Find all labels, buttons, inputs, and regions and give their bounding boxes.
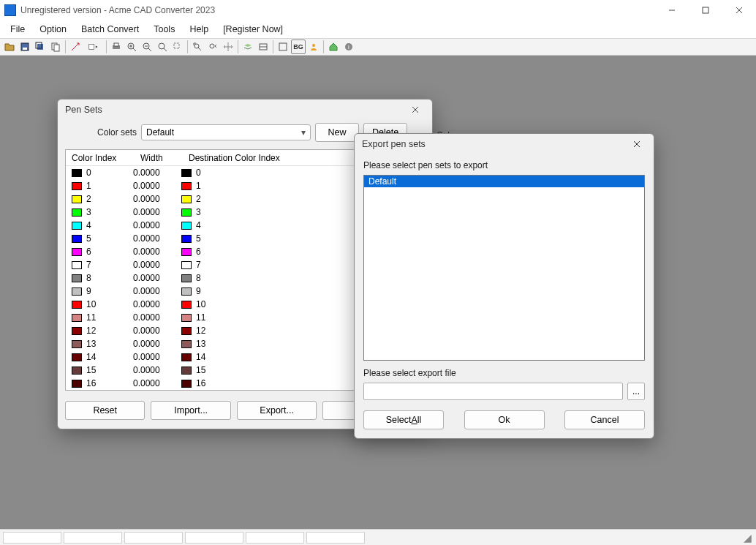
dest-color-swatch	[181, 222, 192, 230]
batch-icon[interactable]	[83, 40, 104, 54]
info-icon[interactable]: i	[341, 40, 356, 54]
dest-color-swatch	[181, 235, 192, 243]
col-width: 0.0000	[132, 312, 180, 323]
zoom-out-icon[interactable]	[140, 40, 154, 54]
col-width: 0.0000	[132, 299, 180, 309]
pan-icon[interactable]	[221, 40, 235, 54]
statusbar: ◢	[0, 529, 756, 545]
color-swatch	[72, 208, 82, 217]
col-width: 0.0000	[132, 260, 180, 270]
color-swatch	[72, 195, 82, 203]
dest-color-swatch	[181, 208, 192, 217]
export-list-item[interactable]: Default	[364, 176, 644, 187]
layout-icon[interactable]	[256, 40, 271, 54]
col-index: 2	[86, 194, 132, 204]
color-swatch	[72, 367, 82, 375]
header-width[interactable]: Width	[135, 153, 183, 163]
col-index: 12	[86, 326, 132, 336]
dest-color-swatch	[181, 340, 192, 348]
col-index: 1	[86, 181, 132, 191]
zoom-previous-icon[interactable]	[205, 40, 220, 54]
color-swatch	[72, 222, 82, 230]
zoom-dynamic-icon[interactable]	[190, 40, 205, 54]
col-index: 13	[86, 339, 132, 349]
dest-color-swatch	[181, 274, 192, 282]
color-swatch	[72, 182, 82, 190]
svg-line-21	[164, 48, 167, 51]
color-swatch	[72, 301, 82, 309]
color-swatch	[72, 235, 82, 243]
import-button[interactable]: Import...	[151, 401, 230, 420]
color-swatch	[72, 327, 82, 335]
col-index: 6	[86, 247, 132, 257]
col-width: 0.0000	[132, 168, 180, 178]
svg-rect-5	[23, 48, 27, 50]
export-cancel-button[interactable]: Cancel	[564, 410, 645, 429]
col-width: 0.0000	[132, 247, 180, 257]
col-width: 0.0000	[132, 286, 180, 296]
toolbar: BG i	[0, 38, 756, 56]
maximize-button[interactable]	[689, 0, 722, 20]
layers-icon[interactable]	[241, 40, 255, 54]
zoom-extents-icon[interactable]	[155, 40, 170, 54]
export-hint: Please select pen sets to export	[363, 160, 645, 170]
menubar: File Option Batch Convert Tools Help [Re…	[0, 20, 756, 38]
svg-rect-1	[703, 7, 708, 13]
print-icon[interactable]	[109, 40, 124, 54]
export-file-input[interactable]	[363, 383, 623, 400]
reset-button[interactable]: Reset	[65, 401, 145, 420]
dest-color-swatch	[181, 261, 192, 269]
svg-rect-12	[114, 43, 118, 46]
status-segment	[124, 532, 183, 544]
menu-batch-convert[interactable]: Batch Convert	[74, 22, 146, 37]
open-icon[interactable]	[2, 40, 17, 54]
color-swatch	[72, 380, 82, 388]
copy-icon[interactable]	[48, 40, 63, 54]
home-icon[interactable]	[326, 40, 341, 54]
dest-color-swatch	[181, 353, 192, 361]
menu-file[interactable]: File	[3, 22, 32, 37]
dest-color-swatch	[181, 195, 192, 203]
svg-rect-6	[37, 44, 43, 50]
chevron-down-icon: ▾	[301, 127, 306, 138]
color-swatch	[72, 287, 82, 296]
svg-point-29	[312, 44, 315, 47]
col-width: 0.0000	[132, 352, 180, 362]
svg-rect-28	[279, 43, 287, 50]
header-index[interactable]: Color Index	[66, 153, 135, 163]
colorsets-combo[interactable]: Default ▾	[141, 124, 311, 140]
user-icon[interactable]	[306, 40, 321, 54]
menu-register[interactable]: [Register Now]	[216, 22, 290, 37]
wireframe-icon[interactable]	[276, 40, 290, 54]
export-button[interactable]: Export...	[237, 401, 317, 420]
menu-tools[interactable]: Tools	[146, 22, 182, 37]
export-file-hint: Please select export file	[363, 368, 645, 378]
bg-toggle-icon[interactable]: BG	[291, 40, 306, 54]
convert-icon[interactable]	[68, 40, 83, 54]
export-ok-button[interactable]: Ok	[464, 410, 545, 429]
save-icon[interactable]	[18, 40, 32, 54]
new-button[interactable]: New	[315, 123, 359, 142]
minimize-button[interactable]	[655, 0, 689, 20]
saveall-icon[interactable]	[33, 40, 48, 54]
zoom-in-icon[interactable]	[124, 40, 139, 54]
col-index: 4	[86, 220, 132, 230]
export-close-button[interactable]	[627, 136, 646, 152]
menu-help[interactable]: Help	[182, 22, 216, 37]
resize-grip-icon[interactable]: ◢	[741, 532, 753, 544]
svg-line-24	[198, 48, 201, 50]
export-title: Export pen sets	[362, 139, 426, 149]
browse-button[interactable]: ...	[627, 383, 645, 400]
col-width: 0.0000	[132, 339, 180, 349]
selectall-button[interactable]: Select All	[363, 410, 444, 429]
close-button[interactable]	[722, 0, 756, 20]
dest-color-swatch	[181, 367, 192, 375]
col-index: 14	[86, 352, 132, 362]
color-swatch	[72, 169, 82, 177]
menu-option[interactable]: Option	[32, 22, 74, 37]
export-list[interactable]: Default	[363, 175, 645, 361]
svg-rect-10	[89, 45, 94, 50]
status-segment	[246, 532, 304, 544]
pensets-close-button[interactable]	[406, 102, 425, 118]
zoom-window-icon[interactable]	[170, 40, 185, 54]
